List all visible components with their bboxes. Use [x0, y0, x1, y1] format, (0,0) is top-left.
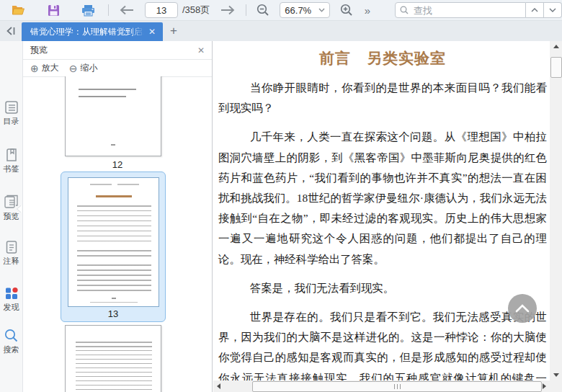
thumbnail-page-13[interactable]	[68, 177, 159, 307]
document-tab[interactable]: 错觉心理学：从理解错觉到启发 ✕	[22, 22, 163, 41]
horizontal-scrollbar[interactable]	[213, 380, 550, 392]
zoom-in-button[interactable]	[336, 1, 357, 19]
main-toolbar: /358页 66.7% »	[0, 0, 562, 21]
thumbnail-page-14[interactable]	[65, 325, 161, 392]
zoom-out-button[interactable]	[252, 1, 274, 19]
search-icon	[400, 6, 409, 14]
page-total-label: /358页	[182, 4, 210, 17]
preview-panel-close-icon[interactable]: ✕	[197, 45, 205, 55]
preview-panel-title: 预览	[30, 44, 48, 56]
navigation-sidebar: 目录 书签 预览 注释 发现	[0, 41, 23, 392]
document-page: 前言 另类实验室 当你睁开眼睛时，你看到的是世界的本来面目吗？我们能看到现实吗？…	[218, 41, 547, 380]
collapse-left-icon	[6, 27, 16, 35]
thumbnail-zoom-in-button[interactable]: ⊕ 放大	[30, 62, 59, 74]
sidebar-label-discover: 发现	[4, 303, 19, 311]
magnifier-plus-icon	[340, 4, 353, 17]
document-view[interactable]: 前言 另类实验室 当你睁开眼睛时，你看到的是世界的本来面目吗？我们能看到现实吗？…	[213, 41, 550, 380]
search-input[interactable]	[412, 4, 521, 17]
search-box[interactable]	[395, 2, 526, 18]
toc-icon	[4, 100, 19, 115]
toolbar-separator	[108, 4, 109, 16]
back-to-top-button[interactable]	[508, 294, 537, 323]
paragraph: 当你睁开眼睛时，你看到的是世界的本来面目吗？我们能看到现实吗？	[218, 78, 547, 118]
thumbnail-list: 12 13	[23, 76, 212, 392]
chevron-down-icon	[549, 8, 556, 12]
paragraph: 答案是，我们无法看到现实。	[218, 278, 547, 298]
open-folder-icon	[12, 4, 26, 16]
find-bar	[395, 2, 562, 18]
page-number-input[interactable]	[145, 2, 178, 18]
sidebar-label-bookmarks: 书签	[4, 164, 19, 173]
document-title: 前言 另类实验室	[218, 48, 547, 69]
save-button[interactable]	[39, 1, 68, 19]
open-file-button[interactable]	[4, 1, 33, 19]
arrow-right-icon	[220, 5, 236, 15]
sidebar-item-search[interactable]: 搜索	[0, 328, 22, 354]
scroll-up-button[interactable]	[550, 41, 562, 52]
toolbar-separator	[246, 4, 246, 16]
preview-panel-tools: ⊕ 放大 ⊖ 缩小	[23, 60, 212, 77]
bookmark-icon	[4, 148, 19, 162]
sidebar-item-discover[interactable]: 发现	[0, 286, 22, 311]
new-tab-button[interactable]: +	[163, 21, 184, 41]
triangle-down-icon	[553, 373, 559, 377]
print-button[interactable]	[73, 1, 102, 19]
scroll-left-button[interactable]	[213, 380, 224, 392]
triangle-right-icon	[543, 383, 546, 389]
active-panel-notch	[17, 205, 22, 213]
thumbnail-zoom-out-button[interactable]: ⊖ 缩小	[69, 62, 98, 74]
more-tools-button[interactable]: »	[365, 4, 370, 17]
paragraph: 几千年来，人类一直在探索这个问题。从《理想国》中柏拉图洞穴墙壁上的阴影，到《黑客…	[218, 127, 547, 269]
triangle-left-icon	[217, 383, 220, 389]
scroll-down-button[interactable]	[550, 370, 562, 380]
chevron-up-icon	[515, 304, 530, 313]
sidebar-label-annotations: 注释	[4, 257, 19, 265]
chevron-up-icon	[531, 8, 538, 12]
magnifier-minus-icon	[257, 4, 269, 17]
sidebar-item-bookmarks[interactable]: 书签	[0, 148, 22, 173]
triangle-up-icon	[553, 45, 559, 48]
preview-panel-header: 预览 ✕	[23, 41, 212, 60]
sidebar-label-toc: 目录	[4, 117, 19, 125]
thumbnail-zoom-in-label: 放大	[42, 62, 59, 74]
printer-icon	[81, 4, 95, 17]
thumbnail-page-13-selected[interactable]: 13	[61, 172, 166, 322]
scroll-right-button[interactable]	[539, 380, 550, 392]
horizontal-scroll-thumb[interactable]	[252, 381, 542, 392]
scroll-grip-icon	[394, 384, 401, 389]
sidebar-item-toc[interactable]: 目录	[0, 100, 22, 125]
chevron-down-icon	[318, 8, 325, 12]
zoom-level-select[interactable]: 66.7%	[280, 2, 329, 18]
find-previous-button[interactable]	[526, 2, 544, 18]
circle-minus-icon: ⊖	[69, 63, 78, 74]
zoom-level-value: 66.7%	[285, 5, 311, 16]
circle-plus-icon: ⊕	[30, 63, 39, 74]
thumbnail-label-12: 12	[23, 159, 212, 170]
vertical-scroll-thumb[interactable]	[550, 57, 562, 78]
arrow-left-icon	[119, 5, 135, 15]
thumbnail-zoom-out-label: 缩小	[80, 62, 97, 74]
tab-title: 错觉心理学：从理解错觉到启发	[30, 26, 144, 38]
sidebar-item-annotations[interactable]: 注释	[0, 240, 22, 265]
collapse-tabs-button[interactable]	[0, 21, 22, 41]
vertical-scrollbar[interactable]	[550, 41, 562, 380]
previous-page-button[interactable]	[115, 1, 139, 19]
preview-panel: 预览 ✕ ⊕ 放大 ⊖ 缩小 12	[23, 41, 213, 392]
save-icon	[48, 4, 60, 17]
tab-close-icon[interactable]: ✕	[147, 27, 157, 37]
sidebar-label-preview: 预览	[4, 212, 19, 220]
next-page-button[interactable]	[215, 1, 240, 19]
thumbnail-page-12[interactable]	[65, 76, 161, 156]
paragraph: 世界是存在的。我们只是看不到它。我们无法感受真实的世界，因为我们的大脑不是这样进…	[218, 307, 547, 380]
annotation-icon	[4, 240, 19, 254]
sidebar-label-search: 搜索	[4, 345, 19, 354]
tab-bar: 错觉心理学：从理解错觉到启发 ✕ +	[0, 21, 562, 41]
discover-icon	[4, 286, 19, 300]
thumbnail-label-13: 13	[61, 308, 165, 319]
search-sidebar-icon	[4, 328, 19, 343]
find-next-button[interactable]	[544, 2, 562, 18]
scrollbar-corner	[550, 380, 562, 392]
